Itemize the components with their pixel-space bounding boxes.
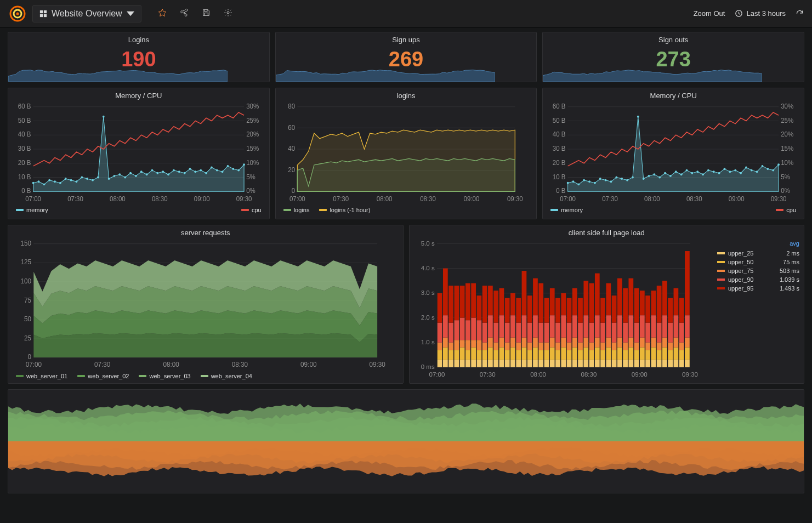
svg-text:20 B: 20 B bbox=[553, 159, 566, 166]
svg-rect-229 bbox=[471, 340, 476, 348]
svg-point-134 bbox=[648, 175, 650, 177]
svg-rect-320 bbox=[572, 315, 577, 338]
svg-rect-215 bbox=[454, 320, 459, 340]
svg-point-41 bbox=[59, 182, 61, 184]
svg-text:0 B: 0 B bbox=[557, 187, 566, 194]
panel-memcpu-right[interactable]: Memory / CPU 0 B10 B20 B30 B40 B50 B60 B… bbox=[542, 88, 804, 219]
svg-rect-366 bbox=[623, 288, 628, 323]
svg-point-143 bbox=[697, 170, 699, 173]
svg-rect-259 bbox=[504, 343, 509, 350]
svg-rect-240 bbox=[482, 323, 487, 343]
legend-item[interactable]: web_server_02 bbox=[77, 373, 129, 379]
legend-item[interactable]: memory bbox=[16, 207, 48, 213]
svg-rect-272 bbox=[521, 360, 526, 367]
svg-text:40 B: 40 B bbox=[553, 130, 566, 138]
svg-rect-209 bbox=[448, 343, 453, 350]
svg-rect-245 bbox=[488, 315, 493, 338]
svg-rect-214 bbox=[454, 340, 459, 350]
legend-item[interactable]: logins (-1 hour) bbox=[319, 207, 370, 213]
refresh-button[interactable] bbox=[796, 9, 804, 18]
share-icon[interactable] bbox=[180, 8, 189, 19]
legend-item[interactable]: cpu bbox=[241, 207, 262, 213]
svg-text:2.0 s: 2.0 s bbox=[421, 314, 434, 321]
legend-item[interactable]: logins bbox=[283, 207, 310, 213]
panel-page-load[interactable]: client side full page load 0 ms1.0 s2.0 … bbox=[409, 225, 805, 384]
svg-point-2 bbox=[16, 12, 19, 15]
stat-panel-sign-ups[interactable]: Sign ups 269 bbox=[275, 32, 537, 82]
legend-item[interactable]: memory bbox=[550, 207, 583, 213]
svg-text:4.0 s: 4.0 s bbox=[421, 264, 434, 271]
svg-rect-227 bbox=[471, 360, 476, 367]
panel-server-requests[interactable]: server requests 025507510012515007:0007:… bbox=[8, 225, 404, 384]
stat-panel-logins[interactable]: Logins 190 bbox=[8, 32, 270, 82]
svg-point-56 bbox=[140, 170, 143, 173]
legend-item[interactable]: cpu bbox=[776, 207, 796, 213]
legend-item[interactable]: upper_951.493 s bbox=[717, 284, 799, 293]
bottom-sparkline-panel[interactable] bbox=[8, 389, 804, 493]
svg-rect-257 bbox=[504, 360, 509, 367]
svg-text:08:00: 08:00 bbox=[644, 195, 660, 202]
svg-point-141 bbox=[686, 169, 688, 172]
svg-rect-302 bbox=[555, 360, 560, 367]
svg-rect-284 bbox=[533, 338, 538, 348]
svg-rect-391 bbox=[651, 291, 656, 315]
svg-rect-307 bbox=[561, 360, 566, 367]
svg-rect-285 bbox=[533, 315, 538, 338]
svg-rect-400 bbox=[662, 315, 667, 338]
legend: avgupper_252 msupper_5075 msupper_75503 … bbox=[717, 239, 799, 379]
gear-icon[interactable] bbox=[224, 8, 232, 19]
svg-rect-235 bbox=[476, 320, 481, 340]
svg-rect-398 bbox=[662, 348, 667, 360]
legend-item[interactable]: web_server_04 bbox=[201, 373, 252, 379]
svg-text:08:00: 08:00 bbox=[163, 361, 179, 368]
svg-point-46 bbox=[86, 178, 88, 180]
svg-point-140 bbox=[680, 173, 683, 175]
save-icon[interactable] bbox=[202, 8, 211, 19]
zoom-out-button[interactable]: Zoom Out bbox=[694, 9, 725, 18]
panel-memcpu-left[interactable]: Memory / CPU 0 B10 B20 B30 B40 B50 B60 B… bbox=[8, 88, 270, 219]
star-icon[interactable] bbox=[158, 8, 167, 19]
svg-rect-225 bbox=[465, 320, 470, 340]
svg-point-75 bbox=[243, 163, 245, 166]
svg-rect-315 bbox=[566, 323, 571, 343]
svg-rect-411 bbox=[673, 288, 678, 316]
dashboard-content: Logins 190 Sign ups 269 Sign outs 273 Me… bbox=[0, 27, 812, 498]
svg-text:09:00: 09:00 bbox=[729, 195, 745, 202]
legend-item[interactable]: web_server_03 bbox=[139, 373, 190, 379]
grafana-logo[interactable] bbox=[8, 4, 27, 23]
svg-rect-238 bbox=[482, 350, 487, 360]
svg-point-51 bbox=[113, 175, 116, 177]
legend-item[interactable]: upper_5075 ms bbox=[717, 258, 799, 266]
legend-item[interactable]: upper_252 ms bbox=[717, 249, 799, 258]
svg-point-72 bbox=[227, 165, 229, 167]
legend-item[interactable]: web_server_01 bbox=[16, 373, 67, 379]
svg-point-60 bbox=[162, 170, 164, 173]
panel-logins[interactable]: logins 02040608007:0007:3008:0008:3009:0… bbox=[275, 88, 537, 219]
svg-rect-210 bbox=[448, 323, 453, 343]
svg-text:60 B: 60 B bbox=[18, 103, 31, 110]
legend-item[interactable]: upper_901.039 s bbox=[717, 275, 799, 284]
svg-rect-247 bbox=[493, 360, 498, 367]
svg-rect-397 bbox=[662, 360, 667, 367]
svg-point-157 bbox=[773, 169, 775, 172]
refresh-icon bbox=[796, 9, 804, 18]
svg-rect-226 bbox=[465, 283, 470, 321]
stat-panel-sign-outs[interactable]: Sign outs 273 bbox=[542, 32, 804, 82]
svg-text:60 B: 60 B bbox=[553, 103, 566, 110]
time-range-picker[interactable]: Last 3 hours bbox=[735, 9, 786, 18]
svg-rect-348 bbox=[606, 348, 611, 360]
svg-rect-372 bbox=[634, 360, 639, 367]
svg-rect-410 bbox=[673, 315, 678, 338]
svg-rect-414 bbox=[679, 343, 684, 350]
svg-text:10%: 10% bbox=[246, 159, 259, 166]
svg-text:15%: 15% bbox=[781, 145, 794, 152]
svg-rect-239 bbox=[482, 343, 487, 350]
dashboard-picker[interactable]: Website Overview bbox=[32, 5, 141, 22]
legend-item[interactable]: upper_75503 ms bbox=[717, 266, 799, 275]
svg-rect-5 bbox=[40, 14, 43, 16]
svg-rect-228 bbox=[471, 348, 476, 360]
svg-rect-324 bbox=[578, 343, 583, 350]
svg-rect-399 bbox=[662, 338, 667, 348]
svg-point-120 bbox=[572, 180, 575, 183]
svg-text:07:30: 07:30 bbox=[333, 195, 349, 202]
